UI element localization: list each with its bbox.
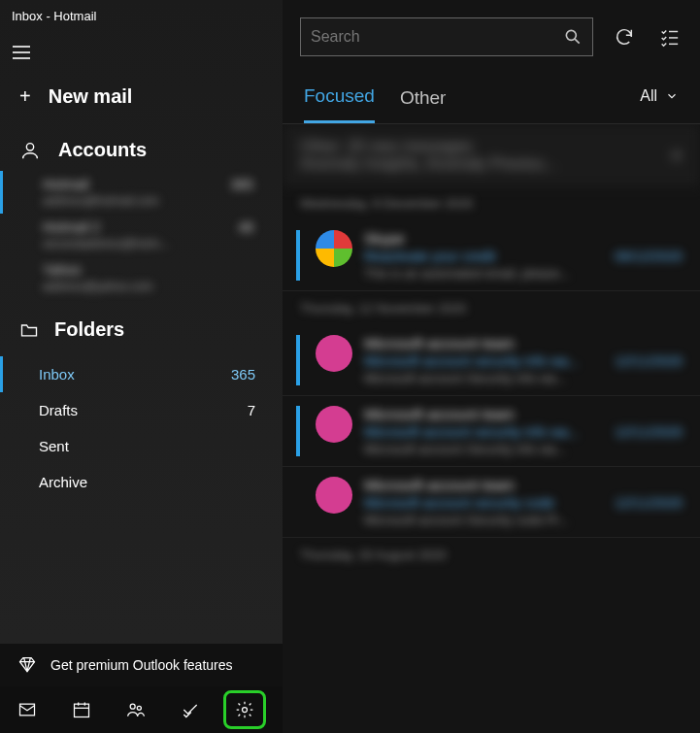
message-subject: Microsoft account security info wa...: [364, 353, 580, 369]
search-input[interactable]: [311, 28, 563, 46]
folder-count: 7: [248, 402, 255, 418]
date-group-label: Thursday, 12 November 2020: [283, 291, 700, 325]
folder-name: Sent: [39, 438, 69, 454]
folder-inbox[interactable]: Inbox 365: [0, 356, 283, 392]
new-mail-label: New mail: [49, 85, 133, 108]
folder-count: 365: [231, 366, 255, 383]
other-summary[interactable]: Other: 20 new messages Anomaly Insights,…: [283, 124, 700, 186]
accounts-label: Accounts: [58, 139, 147, 161]
svg-point-12: [566, 30, 576, 40]
select-mode-button[interactable]: [655, 23, 683, 50]
search-box[interactable]: [300, 17, 593, 56]
sync-button[interactable]: [611, 23, 638, 50]
checklist-icon: [658, 26, 680, 48]
tab-other[interactable]: Other: [400, 80, 447, 122]
calendar-app-button[interactable]: [60, 690, 103, 729]
svg-point-10: [137, 706, 141, 710]
message-sender: Microsoft account team: [364, 335, 683, 351]
avatar: [316, 230, 352, 267]
person-icon: [19, 140, 41, 161]
message-preview: Microsoft account Security info wa...: [364, 442, 683, 456]
account-item[interactable]: Yahoo address@yahoo.com: [0, 256, 283, 299]
folder-archive[interactable]: Archive: [0, 464, 283, 500]
diamond-icon: [17, 655, 37, 675]
avatar: [316, 335, 352, 372]
mail-app-button[interactable]: [6, 690, 49, 729]
filter-dropdown[interactable]: All: [640, 87, 679, 115]
svg-point-9: [130, 704, 135, 709]
folder-name: Drafts: [39, 402, 78, 418]
message-preview: Microsoft account Security code Pl...: [364, 513, 683, 527]
top-toolbar: [283, 0, 700, 60]
folder-list: Inbox 365 Drafts 7 Sent Archive: [0, 356, 283, 500]
gear-icon: [235, 700, 254, 719]
message-date: 12/11/2020: [615, 495, 683, 511]
people-icon: [126, 700, 146, 719]
message-preview: This is an automated email, please...: [364, 266, 683, 281]
folder-drafts[interactable]: Drafts 7: [0, 392, 283, 428]
tab-focused[interactable]: Focused: [304, 78, 375, 123]
svg-rect-4: [20, 704, 35, 716]
plus-icon: +: [19, 85, 31, 108]
account-name: Hotmail 2: [43, 219, 100, 235]
svg-rect-5: [75, 704, 89, 716]
message-date: 12/11/2020: [615, 353, 683, 369]
message-list[interactable]: Other: 20 new messages Anomaly Insights,…: [283, 124, 700, 733]
folder-name: Archive: [39, 474, 87, 490]
folder-name: Inbox: [39, 366, 75, 383]
premium-label: Get premium Outlook features: [50, 657, 233, 673]
unread-indicator: [296, 406, 300, 456]
people-app-button[interactable]: [115, 690, 157, 729]
message-date: 12/11/2020: [615, 424, 683, 440]
message-row[interactable]: Microsoft account team Microsoft account…: [283, 325, 700, 396]
accounts-header[interactable]: Accounts: [0, 127, 283, 171]
todo-app-button[interactable]: [169, 690, 212, 729]
message-date: 09/12/2020: [615, 249, 683, 264]
message-subject: Microsoft account security code: [364, 495, 554, 511]
search-icon: [563, 27, 583, 47]
main-pane: Focused Other All Other: 20 new messages…: [283, 0, 700, 733]
account-badge: 48: [238, 219, 253, 235]
message-preview: Microsoft account Security info wa...: [364, 371, 683, 385]
account-name: Hotmail: [43, 177, 88, 192]
folders-header[interactable]: Folders: [0, 299, 283, 349]
refresh-icon: [614, 26, 635, 48]
menu-button[interactable]: [0, 31, 43, 74]
message-sender: Skype: [364, 230, 683, 247]
settings-button[interactable]: [223, 690, 266, 729]
date-group-label: Thursday, 20 August 2020: [283, 538, 700, 572]
unread-indicator: [296, 230, 300, 281]
message-row[interactable]: Microsoft account team Microsoft account…: [283, 396, 700, 467]
hamburger-icon: [11, 42, 32, 63]
folder-icon: [19, 320, 39, 340]
account-email: address@hotmail.com: [43, 194, 283, 208]
date-group-label: Wednesday, 9 December 2020: [283, 186, 700, 220]
message-row[interactable]: Microsoft account team Microsoft account…: [283, 467, 700, 538]
sidebar: Inbox - Hotmail + New mail Accounts Hotm…: [0, 0, 283, 733]
account-item[interactable]: Hotmail 248 secondaddress@hotm...: [0, 214, 283, 256]
account-name: Yahoo: [43, 262, 81, 278]
account-email: secondaddress@hotm...: [43, 237, 283, 250]
close-icon[interactable]: ✕: [670, 147, 683, 165]
svg-point-11: [243, 708, 248, 713]
message-sender: Microsoft account team: [364, 406, 683, 422]
chevron-down-icon: [665, 89, 679, 103]
app-switcher: [0, 686, 283, 733]
message-subject: Reactivate your credit: [364, 249, 495, 264]
account-item[interactable]: Hotmail365 address@hotmail.com: [0, 171, 283, 214]
filter-label: All: [640, 87, 657, 105]
new-mail-button[interactable]: + New mail: [0, 74, 283, 127]
message-row[interactable]: Skype Reactivate your credit09/12/2020 T…: [283, 220, 700, 291]
unread-indicator: [296, 335, 300, 385]
calendar-icon: [72, 700, 91, 719]
account-badge: 365: [231, 177, 253, 192]
svg-line-13: [575, 39, 580, 44]
message-sender: Microsoft account team: [364, 477, 683, 493]
mail-icon: [17, 700, 37, 719]
folder-sent[interactable]: Sent: [0, 428, 283, 464]
inbox-tabs: Focused Other All: [283, 60, 700, 124]
folders-label: Folders: [54, 318, 124, 341]
todo-icon: [181, 700, 200, 719]
premium-button[interactable]: Get premium Outlook features: [0, 644, 283, 686]
summary-line2: Anomaly Insights, Anomaly Previou...: [300, 155, 556, 173]
